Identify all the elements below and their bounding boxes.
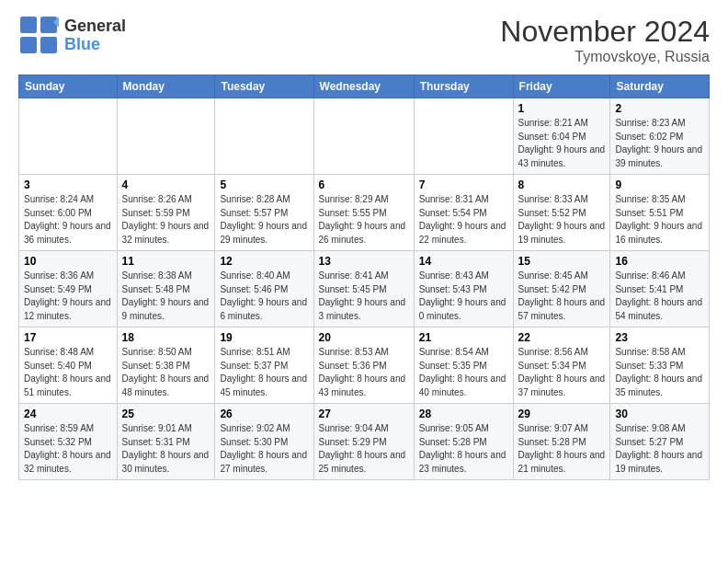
calendar-cell: 27Sunrise: 9:04 AM Sunset: 5:29 PM Dayli…: [313, 404, 414, 480]
day-number: 17: [24, 331, 112, 344]
calendar-cell: 13Sunrise: 8:41 AM Sunset: 5:45 PM Dayli…: [313, 251, 414, 327]
day-number: 16: [615, 255, 704, 268]
day-info: Sunrise: 8:46 AM Sunset: 5:41 PM Dayligh…: [615, 270, 704, 323]
calendar-cell: 29Sunrise: 9:07 AM Sunset: 5:28 PM Dayli…: [513, 404, 610, 480]
day-number: 7: [419, 178, 508, 191]
day-info: Sunrise: 8:48 AM Sunset: 5:40 PM Dayligh…: [24, 346, 112, 399]
calendar-cell: 19Sunrise: 8:51 AM Sunset: 5:37 PM Dayli…: [215, 327, 313, 404]
day-number: 23: [615, 331, 704, 344]
calendar-cell: 11Sunrise: 8:38 AM Sunset: 5:48 PM Dayli…: [117, 251, 215, 327]
day-number: 18: [122, 331, 210, 344]
calendar-cell: 30Sunrise: 9:08 AM Sunset: 5:27 PM Dayli…: [610, 404, 710, 480]
calendar-week-3: 10Sunrise: 8:36 AM Sunset: 5:49 PM Dayli…: [19, 251, 710, 327]
day-number: 26: [220, 408, 308, 420]
calendar-cell: 10Sunrise: 8:36 AM Sunset: 5:49 PM Dayli…: [19, 251, 118, 327]
day-number: 13: [319, 255, 409, 268]
day-info: Sunrise: 9:07 AM Sunset: 5:28 PM Dayligh…: [518, 422, 606, 476]
calendar-cell: [19, 98, 118, 175]
calendar-cell: 16Sunrise: 8:46 AM Sunset: 5:41 PM Dayli…: [610, 251, 710, 327]
day-info: Sunrise: 8:59 AM Sunset: 5:32 PM Dayligh…: [24, 422, 112, 476]
day-info: Sunrise: 8:41 AM Sunset: 5:45 PM Dayligh…: [319, 270, 409, 323]
header-wednesday: Wednesday: [313, 75, 414, 98]
day-number: 25: [122, 408, 210, 420]
calendar-week-1: 1Sunrise: 8:21 AM Sunset: 6:04 PM Daylig…: [19, 98, 710, 175]
calendar-cell: [414, 98, 513, 175]
header-sunday: Sunday: [19, 75, 118, 98]
day-info: Sunrise: 8:58 AM Sunset: 5:33 PM Dayligh…: [615, 346, 704, 399]
day-number: 24: [24, 408, 112, 420]
page: General Blue November 2024 Tymovskoye, R…: [0, 0, 728, 495]
day-info: Sunrise: 8:28 AM Sunset: 5:57 PM Dayligh…: [220, 193, 308, 247]
day-number: 11: [122, 255, 210, 268]
calendar-cell: 15Sunrise: 8:45 AM Sunset: 5:42 PM Dayli…: [513, 251, 610, 327]
location-title: Tymovskoye, Russia: [500, 49, 710, 65]
day-info: Sunrise: 8:36 AM Sunset: 5:49 PM Dayligh…: [24, 270, 112, 323]
header-thursday: Thursday: [414, 75, 513, 98]
calendar: Sunday Monday Tuesday Wednesday Thursday…: [18, 75, 710, 480]
calendar-cell: [215, 98, 313, 175]
logo-icon: [18, 15, 59, 55]
day-number: 9: [615, 178, 704, 191]
day-info: Sunrise: 8:38 AM Sunset: 5:48 PM Dayligh…: [122, 270, 210, 323]
day-info: Sunrise: 8:24 AM Sunset: 6:00 PM Dayligh…: [24, 193, 112, 247]
day-info: Sunrise: 9:02 AM Sunset: 5:30 PM Dayligh…: [220, 422, 308, 476]
day-number: 27: [319, 408, 409, 420]
day-number: 3: [24, 178, 112, 191]
calendar-cell: 3Sunrise: 8:24 AM Sunset: 6:00 PM Daylig…: [19, 175, 118, 251]
day-info: Sunrise: 8:45 AM Sunset: 5:42 PM Dayligh…: [518, 270, 606, 323]
calendar-cell: 2Sunrise: 8:23 AM Sunset: 6:02 PM Daylig…: [610, 98, 710, 175]
calendar-cell: 26Sunrise: 9:02 AM Sunset: 5:30 PM Dayli…: [215, 404, 313, 480]
day-number: 22: [518, 331, 606, 344]
svg-rect-0: [20, 17, 37, 33]
calendar-cell: 28Sunrise: 9:05 AM Sunset: 5:28 PM Dayli…: [414, 404, 513, 480]
day-info: Sunrise: 8:31 AM Sunset: 5:54 PM Dayligh…: [419, 193, 508, 247]
logo-general: General: [64, 17, 126, 35]
day-number: 20: [319, 331, 409, 344]
calendar-cell: 7Sunrise: 8:31 AM Sunset: 5:54 PM Daylig…: [414, 175, 513, 251]
calendar-cell: [313, 98, 414, 175]
day-info: Sunrise: 9:08 AM Sunset: 5:27 PM Dayligh…: [615, 422, 704, 476]
day-info: Sunrise: 8:50 AM Sunset: 5:38 PM Dayligh…: [122, 346, 210, 399]
day-number: 6: [319, 178, 409, 191]
calendar-week-2: 3Sunrise: 8:24 AM Sunset: 6:00 PM Daylig…: [19, 175, 710, 251]
day-number: 10: [24, 255, 112, 268]
svg-rect-3: [40, 37, 57, 53]
calendar-cell: 22Sunrise: 8:56 AM Sunset: 5:34 PM Dayli…: [513, 327, 610, 404]
day-info: Sunrise: 9:05 AM Sunset: 5:28 PM Dayligh…: [419, 422, 508, 476]
calendar-header-row: Sunday Monday Tuesday Wednesday Thursday…: [19, 75, 710, 98]
title-block: November 2024 Tymovskoye, Russia: [500, 15, 710, 65]
day-info: Sunrise: 9:01 AM Sunset: 5:31 PM Dayligh…: [122, 422, 210, 476]
day-info: Sunrise: 9:04 AM Sunset: 5:29 PM Dayligh…: [319, 422, 409, 476]
calendar-cell: [117, 98, 215, 175]
month-title: November 2024: [500, 15, 710, 49]
day-info: Sunrise: 8:56 AM Sunset: 5:34 PM Dayligh…: [518, 346, 606, 399]
calendar-week-5: 24Sunrise: 8:59 AM Sunset: 5:32 PM Dayli…: [19, 404, 710, 480]
day-number: 28: [419, 408, 508, 420]
calendar-body: 1Sunrise: 8:21 AM Sunset: 6:04 PM Daylig…: [19, 98, 710, 480]
day-number: 14: [419, 255, 508, 268]
day-info: Sunrise: 8:29 AM Sunset: 5:55 PM Dayligh…: [319, 193, 409, 247]
calendar-cell: 20Sunrise: 8:53 AM Sunset: 5:36 PM Dayli…: [313, 327, 414, 404]
calendar-cell: 21Sunrise: 8:54 AM Sunset: 5:35 PM Dayli…: [414, 327, 513, 404]
day-number: 1: [518, 102, 606, 115]
svg-rect-1: [40, 17, 57, 33]
logo-blue: Blue: [64, 35, 100, 53]
calendar-cell: 23Sunrise: 8:58 AM Sunset: 5:33 PM Dayli…: [610, 327, 710, 404]
day-info: Sunrise: 8:53 AM Sunset: 5:36 PM Dayligh…: [319, 346, 409, 399]
svg-rect-2: [20, 37, 37, 53]
day-number: 5: [220, 178, 308, 191]
day-info: Sunrise: 8:35 AM Sunset: 5:51 PM Dayligh…: [615, 193, 704, 247]
header-monday: Monday: [117, 75, 215, 98]
day-number: 30: [615, 408, 704, 420]
calendar-cell: 9Sunrise: 8:35 AM Sunset: 5:51 PM Daylig…: [610, 175, 710, 251]
day-number: 19: [220, 331, 308, 344]
day-number: 12: [220, 255, 308, 268]
calendar-week-4: 17Sunrise: 8:48 AM Sunset: 5:40 PM Dayli…: [19, 327, 710, 404]
calendar-cell: 14Sunrise: 8:43 AM Sunset: 5:43 PM Dayli…: [414, 251, 513, 327]
day-info: Sunrise: 8:21 AM Sunset: 6:04 PM Dayligh…: [518, 117, 606, 170]
day-info: Sunrise: 8:54 AM Sunset: 5:35 PM Dayligh…: [419, 346, 508, 399]
calendar-cell: 25Sunrise: 9:01 AM Sunset: 5:31 PM Dayli…: [117, 404, 215, 480]
calendar-cell: 8Sunrise: 8:33 AM Sunset: 5:52 PM Daylig…: [513, 175, 610, 251]
day-number: 29: [518, 408, 606, 420]
calendar-cell: 24Sunrise: 8:59 AM Sunset: 5:32 PM Dayli…: [19, 404, 118, 480]
